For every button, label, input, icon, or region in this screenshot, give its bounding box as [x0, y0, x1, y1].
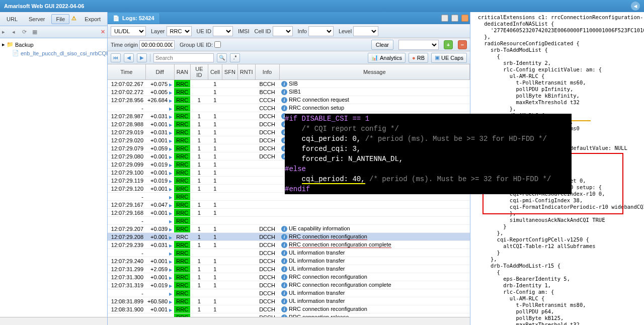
table-row[interactable]: 12:07:31.300+0.001 ▶RRC11DCCHiRRC connec… [108, 273, 470, 281]
table-row[interactable]: -▶RRCDCCHiUL information transfer [108, 249, 470, 257]
url-button[interactable]: URL [2, 14, 22, 24]
level-label: Level [339, 28, 352, 34]
app-header: Amarisoft Web GUI 2022-04-06 ◄ [0, 0, 644, 12]
folder-icon: 📁 [7, 41, 14, 48]
reload-icon[interactable]: ⟳ [22, 29, 29, 36]
center-hscroll[interactable] [108, 317, 470, 325]
close-icon[interactable]: ✕ [101, 29, 105, 35]
col-sfn[interactable]: SFN [222, 64, 237, 80]
table-row[interactable]: 12:07:29.208+0.001 ▶RRC11DCCHiRRC connec… [108, 233, 470, 241]
uldl-select[interactable]: UL/DL [111, 26, 146, 36]
col-ueid[interactable]: UE ID [190, 64, 208, 80]
logs-tab-bar: 📄 Logs: 52424 [108, 12, 470, 24]
preset-select[interactable] [398, 40, 439, 50]
imsi-label: IMSI [238, 28, 250, 34]
table-row[interactable]: 12:07:31.319+0.019 ▶RRC11DCCHiRRC connec… [108, 281, 470, 289]
code-overlay: #if DISABLE_CSI == 1 /* CQI report confi… [285, 114, 572, 194]
table-row[interactable]: 12:07:29.167+0.047 ▶RRC11 [108, 201, 470, 209]
file-tree: ▸ 📁 Backup 📄 enb_lte_pucch_dl_siso_csi_n… [0, 38, 107, 317]
collapse-icon[interactable]: ◂ [12, 29, 19, 36]
ueid-select[interactable] [213, 26, 233, 36]
col-rnti[interactable]: RNTI [237, 64, 255, 80]
search-go-icon[interactable]: 🔍 [217, 53, 227, 62]
table-row[interactable]: 12:08:31.899+60.580 ▶RRC11DCCHiUL inform… [108, 297, 470, 305]
groupueid-checkbox[interactable] [214, 41, 221, 48]
cellid-label: Cell ID [255, 28, 271, 34]
table-row[interactable]: 12:08:31.900+0.001 ▶RRC11DCCHiRRC connec… [108, 305, 470, 313]
export-button[interactable]: Export [80, 14, 105, 24]
file-button[interactable]: File [51, 14, 69, 24]
uecaps-button[interactable]: ▣UE Caps [431, 53, 467, 63]
file-label: enb_lte_pucch_dl_siso_csi_nrbCQI.log.zi.… [21, 50, 107, 56]
logs-tab-label: Logs: 52424 [122, 15, 154, 21]
analytics-button[interactable]: 📊Analytics [368, 53, 406, 63]
info-label: Info [298, 28, 307, 34]
col-cell[interactable]: Cell [208, 64, 222, 80]
logs-tab[interactable]: 📄 Logs: 52424 [108, 13, 160, 24]
doc-icon: 📄 [113, 15, 120, 22]
col-time[interactable]: Time [108, 64, 145, 80]
add-icon[interactable]: + [444, 40, 453, 49]
table-row[interactable]: -▶RRCDCCHiUL information transfer [108, 289, 470, 297]
left-toolbar: URL Server File ⚠ Export [0, 12, 107, 26]
col-msg[interactable]: Message [279, 64, 469, 80]
search-input[interactable] [153, 53, 214, 62]
grid-icon[interactable]: ▦ [32, 29, 39, 36]
col-ran[interactable]: RAN [174, 64, 190, 80]
table-row[interactable]: 12:07:29.240+0.001 ▶RRC11DCCHiDL informa… [108, 257, 470, 265]
remove-icon[interactable]: − [458, 40, 467, 49]
table-row[interactable]: 12:07:29.239+0.031 ▶RRC11DCCHiRRC connec… [108, 241, 470, 249]
layer-select[interactable]: RRC [167, 26, 192, 36]
maximize-icon[interactable] [451, 15, 458, 22]
server-button[interactable]: Server [24, 14, 49, 24]
table-row[interactable]: 12:07:29.207+0.039 ▶RRC11DCCHiUE capabil… [108, 225, 470, 233]
close-window-icon[interactable] [461, 15, 468, 22]
nav-first-icon[interactable]: ⏮ [111, 53, 121, 62]
cellid-select[interactable] [273, 26, 293, 36]
table-row[interactable]: -▶RRCCCCHiRRC connection setup [108, 104, 470, 112]
tree-file-log[interactable]: 📄 enb_lte_pucch_dl_siso_csi_nrbCQI.log.z… [12, 49, 105, 57]
filter-bar-2: Time origin Group UE ID: Clear + − [108, 38, 470, 51]
level-select[interactable] [353, 26, 378, 36]
file-icon: 📄 [12, 50, 19, 56]
left-hscroll[interactable] [0, 317, 107, 325]
table-row[interactable]: 12:07:28.956+26.684 ▶RRC11CCCHiRRC conne… [108, 96, 470, 104]
expand-icon[interactable]: ▸ [2, 29, 9, 36]
rb-button[interactable]: ●RB [409, 53, 428, 63]
table-row[interactable]: -▶RRCDCCHiRRC connection release [108, 313, 470, 317]
table-row[interactable]: 12:07:31.299+2.059 ▶RRC11DCCHiUL informa… [108, 265, 470, 273]
arrow-icon: ▸ [2, 41, 5, 48]
clear-button[interactable]: Clear [371, 40, 393, 50]
overlay-arrow [572, 120, 591, 121]
minimize-icon[interactable] [441, 15, 448, 22]
table-row[interactable]: -▶RRC [108, 217, 470, 225]
table-row[interactable]: 12:07:02.272+0.005 ▶RRC1BCCHiSIB1 [108, 88, 470, 96]
nav-next-icon[interactable]: ▶ [137, 53, 147, 62]
tree-folder-backup[interactable]: ▸ 📁 Backup [2, 40, 105, 49]
ueid-label: UE ID [197, 28, 211, 34]
collapse-left-icon[interactable]: ◄ [631, 2, 640, 11]
app-title: Amarisoft Web GUI 2022-04-06 [4, 3, 631, 9]
col-info[interactable]: Info [255, 64, 279, 80]
timeorigin-input[interactable] [139, 40, 175, 49]
filter-bar: UL/DL LayerRRC UE ID IMSI Cell ID Info L… [108, 24, 470, 38]
info-select[interactable] [308, 26, 334, 36]
folder-label: Backup [15, 42, 34, 48]
warning-icon[interactable]: ⚠ [71, 15, 78, 23]
groupueid-label: Group UE ID: [180, 42, 213, 48]
timeorigin-label: Time origin [111, 42, 138, 48]
col-diff[interactable]: Diff [145, 64, 174, 80]
center-panel: 📄 Logs: 52424 UL/DL LayerRRC UE ID IMSI … [108, 12, 470, 325]
search-bar: ⏮ ◀ ▶ 🔍 .* 📊Analytics ●RB ▣UE Caps [108, 51, 470, 64]
table-row[interactable]: 12:07:02.267+0.075 ▶RRC1BCCHiSIB [108, 80, 470, 88]
tree-toolbar: ▸ ◂ ⟳ ▦ ✕ [0, 26, 107, 38]
search-regex-icon[interactable]: .* [230, 53, 240, 62]
layer-label: Layer [151, 28, 165, 34]
table-row[interactable]: 12:07:29.168+0.001 ▶RRC11 [108, 209, 470, 217]
nav-prev-icon[interactable]: ◀ [124, 53, 134, 62]
left-panel: URL Server File ⚠ Export ▸ ◂ ⟳ ▦ ✕ ▸ 📁 B… [0, 12, 108, 325]
